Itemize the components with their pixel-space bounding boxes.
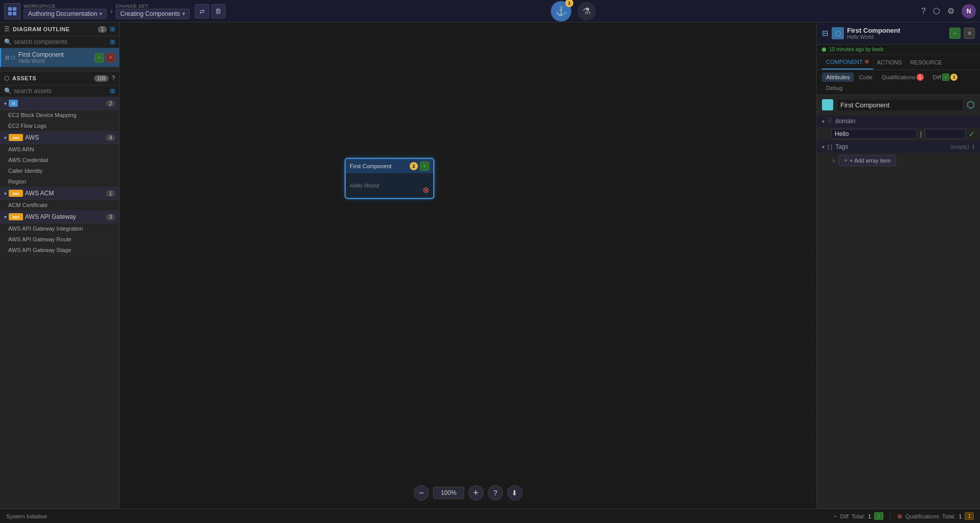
asset-group-ec2-header[interactable]: ▾ ⊟ 2	[0, 97, 119, 110]
canvas-grid: First Component 2 + Hello World ⊗ − 100%…	[120, 22, 816, 509]
tags-info-icon[interactable]: ℹ	[972, 143, 975, 150]
svg-rect-0	[8, 7, 12, 11]
component-item-sub: Hello World	[18, 58, 95, 64]
status-qual-section: ⊗ Qualifications Total: 1 1	[897, 512, 974, 520]
diff-badge: 3	[950, 74, 957, 81]
domain-cursor-icon: |	[920, 130, 922, 138]
asset-item-aws-arn[interactable]: AWS ARN	[0, 144, 119, 155]
search-components-input[interactable]	[14, 38, 110, 46]
zoom-out-button[interactable]: −	[414, 485, 429, 501]
asset-item-apigw-route[interactable]: AWS API Gateway Route	[0, 234, 119, 245]
asset-item-caller-identity[interactable]: Caller Identity	[0, 166, 119, 176]
comp-3d-icon[interactable]: ⬡	[967, 99, 975, 110]
asset-item-apigw-stage[interactable]: AWS API Gateway Stage	[0, 245, 119, 256]
asset-group-acm-header[interactable]: ▾ aws AWS ACM 1	[0, 187, 119, 200]
canvas-node-badge: 2	[410, 162, 418, 170]
right-header-close-btn[interactable]: ✕	[964, 28, 975, 39]
tab-resource[interactable]: RESOURCE	[906, 56, 946, 69]
flask-button[interactable]: ⚗	[577, 2, 596, 20]
right-panel-header: ⊟ ⬡ First Component Hello World + ✕	[817, 22, 980, 44]
component-list-item[interactable]: ⊟ ⬡ First Component Hello World + ✕	[0, 48, 119, 67]
outline-badge: 1	[98, 26, 107, 33]
zoom-in-button[interactable]: +	[468, 485, 483, 501]
tab-component[interactable]: COMPONENT ⊗	[822, 55, 873, 70]
canvas-node-delete-btn[interactable]: ⊗	[422, 185, 429, 195]
canvas-node-add-btn[interactable]: +	[420, 162, 429, 171]
asset-group-aws: ▾ aws AWS 4 AWS ARN AWS Credential Calle…	[0, 131, 119, 187]
zoom-help-button[interactable]: ?	[487, 485, 503, 501]
domain-value-input[interactable]	[831, 129, 917, 139]
asset-group-aws-header[interactable]: ▾ aws AWS 4	[0, 131, 119, 144]
svg-rect-1	[13, 7, 16, 11]
component-item-icons: ⊟ ⬡	[5, 55, 15, 60]
subtab-attributes[interactable]: Attributes	[822, 73, 854, 82]
canvas-node[interactable]: First Component 2 + Hello World ⊗	[345, 158, 434, 199]
asset-item-ec2-2[interactable]: EC2 Flow Logs	[0, 121, 119, 131]
zoom-download-button[interactable]: ⬇	[507, 485, 522, 501]
user-avatar[interactable]: N	[962, 4, 976, 18]
domain-check-icon[interactable]: ✓	[969, 130, 975, 138]
tab-actions[interactable]: ACTIONS	[873, 56, 906, 69]
workspace-selector[interactable]: Authoring Documentation ▾	[24, 9, 107, 19]
asset-group-apigw-header[interactable]: ▾ aws AWS API Gateway 3	[0, 211, 119, 223]
domain-chevron[interactable]: ▾	[822, 119, 825, 124]
search-filter-icon[interactable]: ⊞	[110, 38, 115, 46]
ec2-group-chevron: ▾	[4, 101, 7, 106]
right-header-title: First Component	[847, 27, 946, 34]
component-item-text: First Component Hello World	[18, 51, 95, 64]
right-header-add-btn[interactable]: +	[949, 28, 961, 39]
canvas-node-subtitle: Hello World	[350, 183, 379, 189]
diff-add-btn[interactable]: +	[942, 74, 949, 81]
assets-help-icon[interactable]: ?	[112, 75, 115, 82]
subtab-qualifications[interactable]: Qualifications 1	[878, 72, 928, 82]
asset-item-ec2-1[interactable]: EC2 Block Device Mapping	[0, 110, 119, 121]
status-bar: System Initiative ~ Diff Total: 1 1 | ⊗ …	[0, 509, 980, 523]
status-qual-error-icon: ⊗	[897, 513, 902, 520]
subtab-code[interactable]: Code	[855, 73, 876, 82]
asset-item-aws-credential[interactable]: AWS Credential	[0, 155, 119, 166]
discord-icon[interactable]: ⬡	[933, 6, 940, 16]
add-array-button[interactable]: + + Add array item	[838, 155, 896, 166]
acm-group-chevron: ▾	[4, 191, 7, 196]
subtab-diff[interactable]: Diff + 3	[929, 72, 962, 82]
tags-chevron[interactable]: ▾	[822, 144, 825, 150]
component-item-name: First Component	[18, 51, 95, 58]
initiative-label: System Initiative	[6, 513, 47, 519]
component-delete-btn[interactable]: ✕	[106, 53, 115, 62]
changeset-dropdown-icon: ▾	[182, 10, 185, 17]
search-components-icon: 🔍	[4, 38, 12, 46]
outline-filter-icon[interactable]: ⊞	[110, 26, 115, 33]
subtab-debug[interactable]: Debug	[822, 83, 847, 93]
assets-header: ⬡ ASSETS 109 ?	[0, 72, 119, 85]
component-diagram-icon: ⊟	[5, 55, 9, 60]
acm-group-count: 1	[106, 190, 115, 197]
status-green-badge: 1	[874, 512, 883, 520]
tags-row: ▾ [ ] Tags (empty) ℹ	[817, 141, 980, 153]
asset-item-acm-cert[interactable]: ACM Certificate	[0, 200, 119, 211]
workspace-dropdown-icon: ▾	[99, 10, 102, 17]
help-icon[interactable]: ?	[921, 7, 926, 16]
delete-button[interactable]: 🗑	[211, 4, 226, 18]
add-array-plus-icon: +	[844, 157, 848, 164]
deploy-button[interactable]: ⚓ 1	[551, 1, 571, 21]
changeset-selector[interactable]: Creating Components ▾	[116, 9, 190, 19]
right-header-cube-icon: ⬡	[832, 27, 844, 39]
workspace-label: WORKSPACE:	[24, 4, 107, 9]
svg-rect-3	[13, 12, 16, 15]
ec2-group-count: 2	[106, 100, 115, 107]
comp-color-swatch[interactable]	[822, 99, 833, 110]
qual-badge: 1	[917, 74, 924, 81]
topbar: WORKSPACE: Authoring Documentation ▾ › C…	[0, 0, 980, 22]
canvas-area[interactable]: First Component 2 + Hello World ⊗ − 100%…	[120, 22, 816, 509]
left-panel: ☰ DIAGRAM OUTLINE 1 ⊞ 🔍 ⊞ ⊟ ⬡ First Comp…	[0, 22, 120, 509]
asset-item-apigw-int[interactable]: AWS API Gateway Integration	[0, 223, 119, 234]
asset-item-region[interactable]: Region	[0, 176, 119, 187]
comp-name-input[interactable]	[837, 100, 963, 110]
settings-icon[interactable]: ⚙	[947, 6, 954, 16]
component-add-btn[interactable]: +	[95, 53, 104, 62]
assets-filter-icon[interactable]: ⊞	[110, 87, 115, 95]
search-assets-input[interactable]	[14, 87, 110, 95]
merge-button[interactable]: ⇄	[195, 4, 209, 18]
status-tilde: ~	[834, 513, 837, 520]
corner-arrow-icon: ↳	[831, 157, 836, 164]
